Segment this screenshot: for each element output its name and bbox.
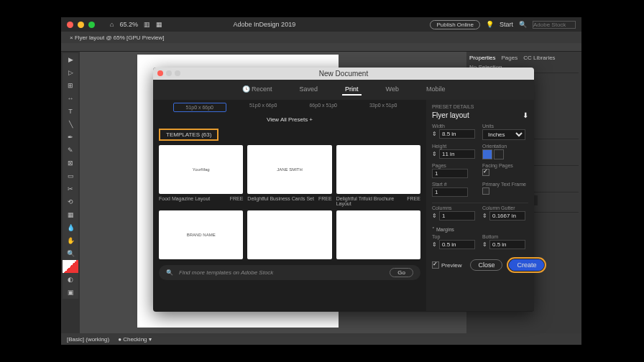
tools-panel: ▶ ▷ ⊞ ↔ T ╲ ✒ ✎ ⊠ ▭ ✂ ⟲ ▦ 💧 ✋ 🔍 ◐ ▣ <box>61 52 80 333</box>
preset-2[interactable]: 51p0 x 66p0 <box>241 103 287 112</box>
free-transform-tool[interactable]: ⟲ <box>63 195 78 208</box>
hand-tool[interactable]: ✋ <box>63 234 78 247</box>
template-card[interactable]: Delightful Trifold Brochure LayoutFREE <box>336 145 420 206</box>
orientation-portrait[interactable] <box>482 149 492 159</box>
columns-input[interactable] <box>439 211 475 221</box>
margins-section[interactable]: ˅ Margins <box>432 227 528 233</box>
pencil-tool[interactable]: ✎ <box>63 144 78 157</box>
template-card[interactable]: JANE SMITHDelightful Business Cards SetF… <box>247 145 331 206</box>
preset-1[interactable]: 51p0 x 66p0 <box>173 103 226 112</box>
dialog-tabs: 🕓 Recent Saved Print Web Mobile <box>153 80 534 100</box>
ruler-horizontal <box>61 43 581 52</box>
primary-text-frame-checkbox[interactable] <box>482 187 489 195</box>
stock-search[interactable] <box>533 21 576 29</box>
direct-selection-tool[interactable]: ▷ <box>63 66 78 79</box>
zoom-level[interactable]: 65.2% <box>119 21 138 28</box>
units-select[interactable]: Inches <box>482 129 525 140</box>
template-card[interactable] <box>247 210 331 259</box>
margin-bottom-input[interactable] <box>489 240 525 249</box>
search-icon: 🔍 <box>166 269 173 276</box>
preset-details-header: PRESET DETAILS <box>432 104 528 109</box>
window-controls[interactable] <box>67 22 95 28</box>
search-icon[interactable]: 🔍 <box>519 21 527 28</box>
line-tool[interactable]: ╲ <box>63 118 78 131</box>
width-input[interactable] <box>439 129 475 139</box>
selection-tool[interactable]: ▶ <box>63 53 78 66</box>
publish-online-button[interactable]: Publish Online <box>430 20 480 29</box>
preset-4[interactable]: 33p0 x 51p0 <box>361 103 407 112</box>
go-button[interactable]: Go <box>390 268 413 277</box>
type-tool[interactable]: T <box>63 105 78 118</box>
dialog-close-icon[interactable] <box>157 70 163 76</box>
templates-header: TEMPLATES (63) <box>159 129 218 141</box>
template-card[interactable] <box>336 210 420 259</box>
document-tab[interactable]: × Flyer layout @ 65% [GPU Preview] <box>64 34 170 41</box>
fill-stroke[interactable] <box>63 260 78 273</box>
help-icon[interactable]: 💡 <box>486 21 494 28</box>
templates-grid: YourMagFood Magazine LayoutFREE JANE SMI… <box>159 145 420 259</box>
create-button[interactable]: Create <box>509 259 544 271</box>
rectangle-frame-tool[interactable]: ⊠ <box>63 157 78 170</box>
start-input[interactable] <box>432 187 468 197</box>
gradient-tool[interactable]: ▦ <box>63 208 78 221</box>
tab-properties[interactable]: Properties <box>469 55 495 61</box>
close-button[interactable]: Close <box>470 259 502 271</box>
stock-search-row: 🔍 Find more templates on Adobe Stock Go <box>159 265 420 280</box>
status-basic[interactable]: [Basic] (working) <box>67 336 109 343</box>
rectangle-tool[interactable]: ▭ <box>63 170 78 182</box>
pages-input[interactable] <box>432 169 468 178</box>
preview-checkbox[interactable] <box>432 261 439 269</box>
height-input[interactable] <box>439 149 475 159</box>
tab-cc-libraries[interactable]: CC Libraries <box>523 55 555 61</box>
color-theme-tool[interactable]: ◐ <box>63 273 78 286</box>
tab-print[interactable]: Print <box>342 84 362 96</box>
tab-mobile[interactable]: Mobile <box>423 84 448 96</box>
scissors-tool[interactable]: ✂ <box>63 182 78 195</box>
view-icon[interactable]: ▥ <box>144 21 150 28</box>
document-tabs: × Flyer layout @ 65% [GPU Preview] <box>61 32 581 43</box>
tab-web[interactable]: Web <box>383 84 402 96</box>
grid-icon[interactable]: ▦ <box>156 21 162 28</box>
new-document-dialog: New Document 🕓 Recent Saved Print Web Mo… <box>153 68 534 312</box>
tab-pages[interactable]: Pages <box>501 55 518 61</box>
tab-saved[interactable]: Saved <box>297 84 321 96</box>
dialog-title: New Document <box>153 68 534 80</box>
workspace-switcher[interactable]: Start <box>500 21 513 28</box>
pen-tool[interactable]: ✒ <box>63 131 78 144</box>
app-title: Adobe InDesign 2019 <box>234 21 296 28</box>
facing-pages-checkbox[interactable] <box>482 169 489 176</box>
preset-3[interactable]: 66p0 x 51p0 <box>300 103 346 112</box>
preset-name[interactable]: Flyer layout <box>432 111 469 119</box>
stock-search-placeholder[interactable]: Find more templates on Adobe Stock <box>179 269 273 276</box>
dialog-left: 51p0 x 66p0 51p0 x 66p0 66p0 x 51p0 33p0… <box>153 100 426 311</box>
view-all-presets[interactable]: View All Presets + <box>159 116 420 123</box>
template-card[interactable]: YourMagFood Magazine LayoutFREE <box>159 145 243 206</box>
home-icon[interactable]: ⌂ <box>110 21 114 28</box>
gap-tool[interactable]: ↔ <box>63 92 78 105</box>
view-mode[interactable]: ▣ <box>63 286 78 299</box>
eyedropper-tool[interactable]: 💧 <box>63 221 78 234</box>
margin-top-input[interactable] <box>439 240 475 249</box>
status-checking[interactable]: Checking <box>123 336 147 343</box>
preset-details: PRESET DETAILS Flyer layout⬇ Width⇕ Unit… <box>426 100 534 311</box>
gutter-input[interactable] <box>489 211 525 221</box>
menubar: ⌂ 65.2% ▥ ▦ Adobe InDesign 2019 Publish … <box>61 17 581 32</box>
orientation-landscape[interactable] <box>494 149 504 159</box>
tab-recent[interactable]: 🕓 Recent <box>239 84 275 96</box>
zoom-tool[interactable]: 🔍 <box>63 247 78 260</box>
preset-row: 51p0 x 66p0 51p0 x 66p0 66p0 x 51p0 33p0… <box>159 103 420 112</box>
page-tool[interactable]: ⊞ <box>63 79 78 92</box>
save-preset-icon[interactable]: ⬇ <box>523 111 528 119</box>
template-card[interactable]: BRAND NAME <box>159 210 243 259</box>
status-bar: [Basic] (working) ● Checking ▾ <box>61 333 581 345</box>
